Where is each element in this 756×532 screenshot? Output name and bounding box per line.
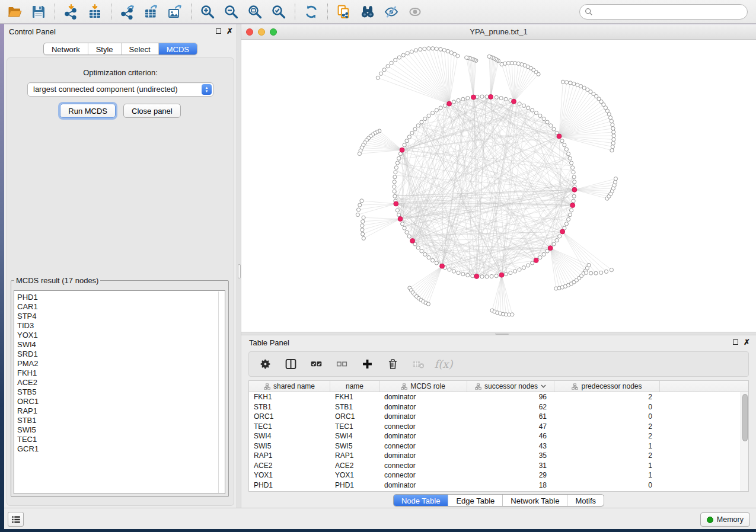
table-row[interactable]: FKH1FKH1dominator962 [249,392,748,402]
close-panel-button[interactable]: Close panel [123,104,181,118]
refresh-layout-button[interactable] [299,2,323,22]
show-hidden-button[interactable] [403,2,427,22]
close-panel-icon[interactable]: ✗ [227,28,233,34]
import-network-button[interactable] [59,2,83,22]
mcds-list-scrollbar[interactable] [218,291,219,493]
select-all-columns-button[interactable] [309,357,323,371]
cell: STB1 [330,402,379,412]
mcds-result-item[interactable]: STB5 [17,387,225,397]
export-table-button[interactable] [139,2,163,22]
toolbar-separator [295,4,295,20]
mcds-result-item[interactable]: SRD1 [17,350,225,359]
mcds-result-item[interactable]: STP4 [17,312,225,321]
cell: 62 [467,402,554,412]
table-tab-motifs[interactable]: Motifs [567,495,604,506]
vertical-splitter[interactable] [237,24,241,508]
table-row[interactable]: SWI4SWI4dominator462 [249,431,748,441]
table-scrollbar-thumb[interactable] [742,394,748,441]
table-tab-node-table[interactable]: Node Table [394,495,448,506]
mcds-result-item[interactable]: SWI4 [17,340,225,350]
mcds-result-item[interactable]: RAP1 [17,406,225,416]
table-row[interactable]: STB1STB1dominator620 [249,402,748,412]
settings-button[interactable] [258,357,272,371]
delete-columns-button[interactable] [385,357,400,371]
mcds-result-item[interactable]: PMA2 [17,359,225,368]
close-window-icon[interactable] [246,28,253,36]
column-header-predecessor-nodes[interactable]: predecessor nodes [554,381,660,392]
vertical-splitter-handle[interactable] [238,264,241,278]
mcds-result-item[interactable]: GCR1 [17,444,225,454]
mcds-result-item[interactable]: ACE2 [17,378,225,387]
network-window-titlebar[interactable]: YPA_prune.txt_1 [241,24,756,40]
minimize-window-icon[interactable] [258,28,265,36]
mcds-result-item[interactable]: STB1 [17,416,225,425]
toolbar-separator [191,4,192,20]
memory-button[interactable]: Memory [700,512,750,527]
network-canvas[interactable] [241,40,756,332]
save-session-button[interactable] [27,2,50,22]
cell: SWI5 [249,441,330,451]
horizontal-splitter-handle[interactable] [495,333,509,335]
search-box[interactable] [579,4,748,20]
clone-network-button[interactable] [332,2,356,22]
mcds-result-list[interactable]: PHD1CAR1STP4TID3YOX1SWI4SRD1PMA2FKH1ACE2… [14,290,225,494]
find-button[interactable] [356,2,379,22]
mcds-result-item[interactable]: SWI5 [17,425,225,435]
close-table-panel-icon[interactable]: ✗ [744,339,750,345]
toolbar-separator [327,4,328,20]
table-row[interactable]: ORC1ORC1dominator610 [249,412,748,422]
table-scrollbar[interactable] [741,392,748,491]
column-header-shared-name[interactable]: shared name [249,381,330,392]
split-view-button[interactable] [283,357,298,371]
tab-select[interactable]: Select [121,43,158,55]
export-network-button[interactable] [116,2,139,22]
column-header-name[interactable]: name [330,381,379,392]
import-table-button[interactable] [83,2,107,22]
cell: ORC1 [249,412,330,422]
zoom-out-button[interactable] [219,2,243,22]
cell: RAP1 [249,451,330,461]
optimization-criterion-select[interactable]: largest connected component (undirected)… [27,82,213,97]
table-row[interactable]: YOX1YOX1connector291 [249,470,748,480]
task-history-button[interactable] [8,512,24,527]
mcds-result-item[interactable]: TID3 [17,321,225,331]
cell: 2 [554,392,660,402]
maximize-window-icon[interactable] [270,28,277,36]
table-row[interactable]: TEC1TEC1connector472 [249,422,748,432]
zoom-in-button[interactable] [196,2,219,22]
float-table-panel-icon[interactable] [733,339,738,345]
mcds-result-item[interactable]: CAR1 [17,302,225,312]
add-column-button[interactable] [360,357,374,371]
export-image-button[interactable] [163,2,187,22]
mcds-result-item[interactable]: FKH1 [17,368,225,378]
list-icon [11,514,21,525]
deselect-all-columns-button[interactable] [334,357,349,371]
table-row[interactable]: PHD1PHD1dominator180 [249,480,748,491]
column-header-successor-nodes[interactable]: successor nodes [467,381,554,392]
tab-style[interactable]: Style [88,43,121,55]
cell: connector [379,461,467,471]
zoom-fit-button[interactable] [243,2,267,22]
search-input[interactable] [596,6,747,18]
table-tab-edge-table[interactable]: Edge Table [448,495,502,506]
table-row[interactable]: RAP1RAP1dominator352 [249,451,748,461]
tab-network[interactable]: Network [44,43,88,55]
toggle-panel-visibility-button[interactable] [379,2,403,22]
table-row[interactable]: SWI5SWI5connector431 [249,441,748,451]
open-session-button[interactable] [3,2,27,22]
zoom-out-icon [224,4,239,20]
network-view[interactable] [241,40,756,332]
table-row[interactable]: ACE2ACE2connector311 [249,461,748,471]
zoom-selected-button[interactable] [267,2,291,22]
float-panel-icon[interactable] [216,28,221,34]
mcds-result-item[interactable]: YOX1 [17,331,225,340]
cell: FKH1 [330,392,379,402]
run-mcds-button[interactable]: Run MCDS [60,104,116,118]
table-tab-network-table[interactable]: Network Table [502,495,567,506]
zoom-in-icon [200,4,215,20]
column-header-MCDS-role[interactable]: MCDS role [379,381,467,392]
mcds-result-item[interactable]: TEC1 [17,435,225,444]
mcds-result-item[interactable]: ORC1 [17,397,225,406]
mcds-result-item[interactable]: PHD1 [17,293,225,302]
tab-mcds[interactable]: MCDS [158,43,197,55]
